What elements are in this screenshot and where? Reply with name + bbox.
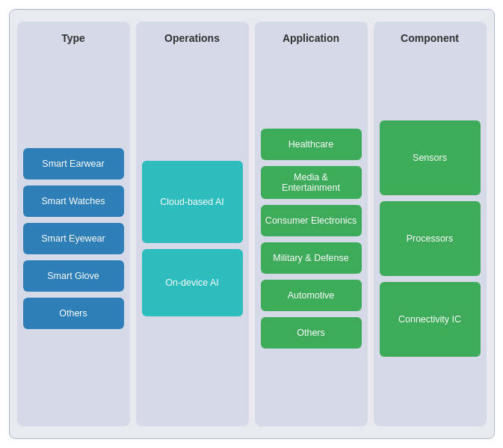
card-military-defense: Military & Defense [261, 242, 362, 274]
card-on-device-ai: On-device AI [142, 249, 243, 316]
column-header-application: Application [283, 32, 339, 44]
column-operations: OperationsCloud-based AIOn-device AI [136, 22, 249, 426]
card-smart-glove: Smart Glove [23, 260, 124, 292]
card-connectivity-ic: Connectivity IC [380, 282, 481, 357]
card-smart-eyewear: Smart Eyewear [23, 223, 124, 254]
card-automotive: Automotive [261, 280, 362, 311]
card-consumer-electronics: Consumer Electronics [261, 205, 362, 236]
column-header-component: Component [401, 32, 459, 44]
items-container-component: SensorsProcessorsConnectivity IC [380, 58, 481, 419]
items-container-operations: Cloud-based AIOn-device AI [142, 58, 243, 419]
card-healthcare: Healthcare [261, 129, 362, 160]
card-others-app: Others [261, 317, 362, 349]
items-container-application: HealthcareMedia & EntertainmentConsumer … [261, 58, 362, 419]
column-type: TypeSmart EarwearSmart WatchesSmart Eyew… [17, 22, 130, 426]
card-sensors: Sensors [380, 120, 481, 195]
card-processors: Processors [380, 201, 481, 276]
card-smart-earwear: Smart Earwear [23, 148, 124, 179]
column-application: ApplicationHealthcareMedia & Entertainme… [255, 22, 368, 426]
column-header-type: Type [61, 32, 85, 44]
card-others-type: Others [23, 298, 124, 329]
items-container-type: Smart EarwearSmart WatchesSmart EyewearS… [23, 58, 124, 419]
card-media-entertainment: Media & Entertainment [261, 166, 362, 199]
column-header-operations: Operations [164, 32, 220, 44]
column-component: ComponentSensorsProcessorsConnectivity I… [374, 22, 487, 426]
card-smart-watches: Smart Watches [23, 185, 124, 217]
card-cloud-based-ai: Cloud-based AI [142, 161, 243, 243]
diagram: TypeSmart EarwearSmart WatchesSmart Eyew… [9, 9, 495, 439]
